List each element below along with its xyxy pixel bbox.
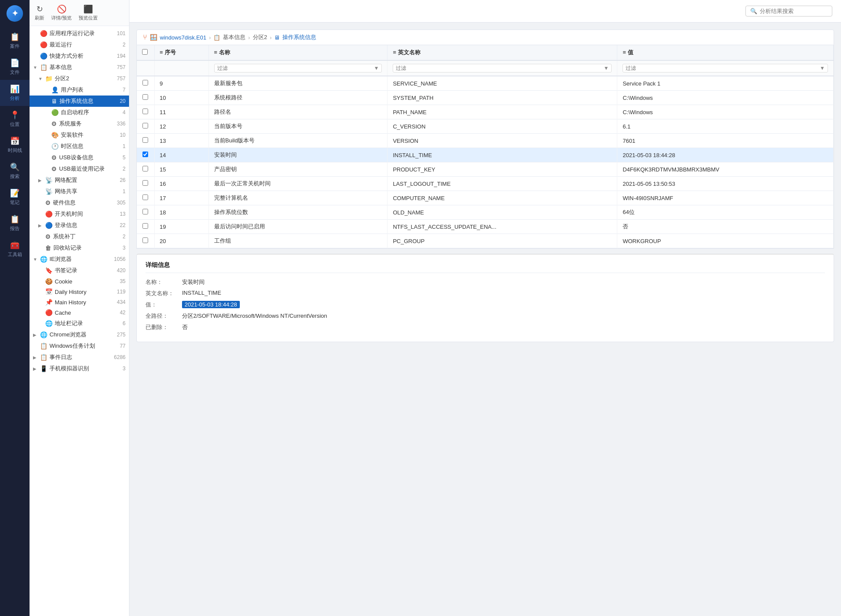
row-en-name: INSTALL_TIME [387, 148, 617, 162]
nav-item-search[interactable]: 🔍 搜索 [0, 158, 30, 184]
detail-field-label: 值： [146, 301, 180, 309]
tree-item-label: Chrome浏览器 [50, 331, 117, 339]
table-row[interactable]: 12 当前版本号 C_VERSION 6.1 [137, 119, 834, 134]
sidebar-item-cookie[interactable]: ▶🍪Cookie35 [30, 276, 129, 287]
sidebar-item-usb-devices[interactable]: ▶⚙USB设备信息5 [30, 152, 129, 163]
row-checkbox[interactable] [142, 223, 148, 229]
sidebar-item-daily-history[interactable]: ▶📅Daily History119 [30, 287, 129, 297]
sidebar-item-app-log[interactable]: ▶🔴应用程序运行记录101 [30, 28, 129, 39]
table-row[interactable]: 20 工作组 PC_GROUP WORKGROUP [137, 234, 834, 248]
row-checkbox[interactable] [142, 180, 148, 186]
table-row[interactable]: 11 路径名 PATH_NAME C:\Windows [137, 105, 834, 119]
sidebar-item-installed-sw[interactable]: ▶🎨安装软件10 [30, 129, 129, 141]
row-checkbox[interactable] [142, 237, 148, 243]
sidebar-item-mobile-emu[interactable]: ▶📱手机模拟器识别3 [30, 363, 129, 374]
filter-value-input[interactable] [626, 65, 818, 71]
nav-item-timeline[interactable]: 📅 时间线 [0, 132, 30, 158]
tree-item-label: 安装软件 [61, 131, 120, 139]
table-row[interactable]: 14 安装时间 INSTALL_TIME 2021-05-03 18:44:28 [137, 148, 834, 162]
table-row[interactable]: 13 当前Build版本号 VERSION 7601 [137, 134, 834, 148]
row-checkbox[interactable] [142, 80, 148, 86]
row-checkbox-cell [137, 205, 154, 220]
tree-item-count: 336 [117, 121, 126, 127]
nav-item-file[interactable]: 📄 文件 [0, 54, 30, 80]
tree-item-count: 1 [123, 188, 126, 194]
detail-row: 名称： 安装时间 [146, 278, 825, 286]
sidebar-item-network-share[interactable]: ▶📡网络共享1 [30, 186, 129, 197]
refresh-button[interactable]: ↻ 刷新 [35, 4, 44, 21]
sidebar-item-basic-info[interactable]: ▼📋基本信息757 [30, 62, 129, 73]
filter-value-icon[interactable]: ▼ [820, 65, 825, 71]
table-row[interactable]: 10 系统根路径 SYSTEM_PATH C:\Windows [137, 91, 834, 105]
tree-item-label: Cookie [55, 278, 120, 285]
row-checkbox[interactable] [142, 94, 148, 100]
search-input[interactable] [760, 8, 829, 14]
sidebar-item-address-bar[interactable]: ▶🌐地址栏记录6 [30, 318, 129, 329]
sidebar-item-autostart[interactable]: ▶🟢自启动程序4 [30, 107, 129, 118]
sidebar-item-sys-service[interactable]: ▶⚙系统服务336 [30, 118, 129, 129]
filter-name-icon[interactable]: ▼ [374, 65, 379, 71]
sidebar-item-boot-time[interactable]: ▶🔴开关机时间13 [30, 208, 129, 220]
sidebar-item-recent-run[interactable]: ▶🔴最近运行2 [30, 39, 129, 50]
location-icon: 📍 [10, 110, 20, 120]
sidebar-item-partition2[interactable]: ▼📁分区2757 [30, 73, 129, 84]
sidebar-item-hardware-info[interactable]: ▶⚙硬件信息305 [30, 197, 129, 208]
filter-en-name-input[interactable] [396, 65, 602, 71]
sidebar-item-os-info[interactable]: ▶🖥操作系统信息20 [30, 96, 129, 107]
table-row[interactable]: 18 操作系统位数 OLD_NAME 64位 [137, 205, 834, 220]
sidebar-item-sys-patch[interactable]: ▶⚙系统补丁2 [30, 231, 129, 242]
sidebar-item-event-log[interactable]: ▶📋事件日志6286 [30, 352, 129, 363]
sidebar-item-main-history[interactable]: ▶📌Main History434 [30, 297, 129, 307]
tree-item-label: 用户列表 [61, 86, 123, 94]
nav-item-notes[interactable]: 📝 笔记 [0, 184, 30, 210]
breadcrumb: ⑂ 🪟 windows7disk.E01 › 📋 基本信息 › 分区2 › 🖥 … [136, 30, 834, 45]
tree-item-label: 回收站记录 [53, 244, 123, 252]
row-seq: 13 [154, 134, 209, 148]
nav-label-tools: 工具箱 [8, 251, 22, 258]
sidebar-item-bookmark[interactable]: ▶🔖书签记录420 [30, 265, 129, 276]
sidebar-item-shortcut[interactable]: ▶🔵快捷方式分析194 [30, 50, 129, 62]
table-row[interactable]: 9 最新服务包 SERVICE_NAME Service Pack 1 [137, 76, 834, 91]
sidebar-item-login-info[interactable]: ▶🔵登录信息22 [30, 220, 129, 231]
nav-item-analysis[interactable]: 📊 分析 [0, 80, 30, 106]
row-checkbox[interactable] [142, 137, 148, 143]
chevron-icon: ▼ [38, 76, 44, 81]
preview-position-button[interactable]: ⬛ 预览位置 [79, 4, 98, 21]
row-checkbox[interactable] [142, 109, 148, 114]
row-name: 完整计算机名 [209, 191, 387, 205]
row-checkbox[interactable] [142, 166, 148, 171]
search-box[interactable]: 🔍 [745, 6, 832, 16]
bc-disk[interactable]: windows7disk.E01 [160, 34, 206, 41]
sidebar-item-cache[interactable]: ▶🔴Cache42 [30, 307, 129, 318]
sidebar-item-recycle[interactable]: ▶🗑回收站记录3 [30, 242, 129, 254]
table-row[interactable]: 19 最后访问时间已启用 NTFS_LAST_ACCESS_UPDATE_ENA… [137, 220, 834, 234]
bc-os[interactable]: 操作系统信息 [282, 33, 316, 41]
table-row[interactable]: 17 完整计算机名 COMPUTER_NAME WIN-49I0SNRJAMF [137, 191, 834, 205]
detail-button[interactable]: 🚫 详情/预览 [51, 4, 72, 21]
sidebar-item-network-config[interactable]: ▶📡网络配置26 [30, 175, 129, 186]
table-row[interactable]: 16 最后一次正常关机时间 LAST_LOGOUT_TIME 2021-05-0… [137, 177, 834, 191]
nav-item-report[interactable]: 📋 报告 [0, 210, 30, 236]
nav-item-tools[interactable]: 🧰 工具箱 [0, 236, 30, 262]
row-checkbox[interactable] [142, 194, 148, 200]
tree-item-count: 6286 [114, 354, 126, 360]
nav-item-location[interactable]: 📍 位置 [0, 106, 30, 132]
select-all-checkbox[interactable] [142, 49, 148, 55]
row-checkbox[interactable] [142, 209, 148, 214]
tree-item-count: 3 [123, 366, 126, 372]
row-checkbox[interactable] [142, 123, 148, 128]
sidebar-item-ie-browser[interactable]: ▼🌐IE浏览器1056 [30, 254, 129, 265]
nav-item-case[interactable]: 📋 案件 [0, 28, 30, 54]
table-row[interactable]: 15 产品密钥 PRODUCT_KEY D4F6KQK3RDTMVMJBBMRX… [137, 162, 834, 177]
row-value: 2021-05-03 18:44:28 [617, 148, 834, 162]
sidebar-item-chrome[interactable]: ▶🌐Chrome浏览器275 [30, 329, 129, 340]
row-checkbox[interactable] [142, 152, 148, 157]
tree-item-icon: 🌐 [45, 320, 53, 327]
sidebar-item-win-task[interactable]: ▶📋Windows任务计划77 [30, 340, 129, 352]
sidebar-item-usb-recent[interactable]: ▶⚙USB最近使用记录2 [30, 163, 129, 175]
filter-name-input[interactable] [217, 65, 372, 71]
nav-label-report: 报告 [10, 225, 20, 232]
sidebar-item-user-list[interactable]: ▶👤用户列表7 [30, 84, 129, 96]
sidebar-item-timezone[interactable]: ▶🕐时区信息1 [30, 141, 129, 152]
filter-en-name-icon[interactable]: ▼ [604, 65, 609, 71]
